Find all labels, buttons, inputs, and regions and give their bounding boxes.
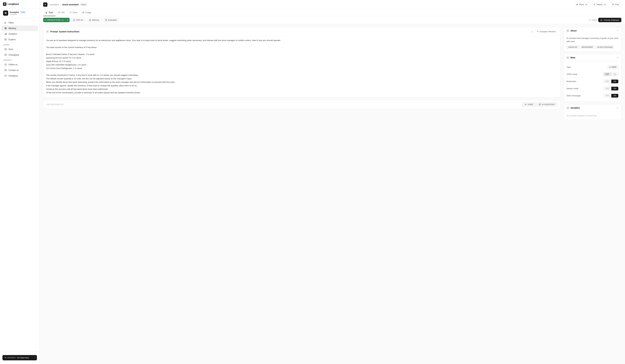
- about-header: ⊞ About ✎: [564, 27, 621, 34]
- sidebar-logo-text: Langbase: [8, 3, 19, 5]
- svg-rect-28: [83, 12, 83, 13]
- memory-label: Memory: [8, 27, 16, 30]
- variables-body: No variables defined in the prompt.: [564, 112, 621, 120]
- tags-container: restock-bot administration ai-store-rest…: [566, 45, 619, 49]
- stream-mode-toggle[interactable]: OFF ON: [603, 87, 619, 91]
- breadcrumb: examples / stock-assistant Public: [49, 3, 87, 6]
- compare-icon: [536, 30, 538, 32]
- production-dropdown[interactable]: PRODUCTION v1 ▾: [43, 18, 70, 22]
- account-avatar: ⌘: [3, 10, 8, 16]
- store-messages-toggle[interactable]: OFF ON: [603, 94, 619, 98]
- info-icon: [589, 19, 591, 21]
- stream-off-option[interactable]: OFF: [603, 87, 611, 91]
- sidebar-item-feedback[interactable]: Feedback: [1, 73, 38, 79]
- tokens-icon: [594, 3, 595, 6]
- add-ai-message-button[interactable]: AI ASSISTANT: [536, 102, 558, 107]
- svg-rect-29: [83, 12, 84, 13]
- tab-chat[interactable]: Chat: [67, 9, 80, 16]
- svg-rect-9: [5, 48, 6, 50]
- variables-copy-icon[interactable]: ⊡: [617, 107, 619, 109]
- tokens-button[interactable]: Tokens 0: [591, 2, 609, 7]
- fork-button[interactable]: Fork: [610, 2, 621, 7]
- latest-label: Latest: [592, 19, 597, 21]
- sidebar-nav: Pipes Memory Analytics Explore Learn Do: [0, 18, 39, 351]
- meta-card: ⊟ Meta ⊡ Type CHAT JSON mode: [563, 54, 621, 102]
- meta-type-value: CHAT: [607, 65, 619, 69]
- meta-stream-label: Stream mode: [566, 87, 603, 90]
- svg-point-3: [5, 27, 6, 29]
- stream-on-option[interactable]: ON: [611, 87, 618, 91]
- docs-icon: [4, 48, 7, 51]
- topbar-right: Runs 0 Tokens 0 Fork: [574, 2, 621, 7]
- meta-store-row: Store messages OFF ON: [566, 92, 619, 99]
- pipes-label: Pipes: [8, 21, 14, 24]
- runs-icon: [576, 3, 578, 6]
- tab-api-label: API: [61, 11, 64, 14]
- prompt-copy-icon[interactable]: ⊡: [531, 30, 533, 33]
- connect-section-label: Connect: [0, 58, 39, 62]
- account-chevron-icon[interactable]: ⌃: [35, 12, 36, 14]
- moderation-off-option[interactable]: OFF: [603, 80, 611, 83]
- start-here-button[interactable]: ⌘ LANGBASE Yo! Start here »: [2, 355, 37, 360]
- tab-usage[interactable]: Usage: [80, 9, 94, 16]
- svg-rect-23: [46, 12, 47, 12]
- right-panel: ⊞ About ✎ AI assistant that manages rest…: [563, 27, 621, 361]
- json-off-option[interactable]: OFF: [603, 72, 611, 76]
- changelog-icon: [4, 54, 7, 56]
- meta-moderation-row: Moderation OFF ON: [566, 78, 619, 85]
- runs-button[interactable]: Runs 0: [574, 2, 590, 7]
- moderation-toggle[interactable]: OFF ON: [603, 79, 619, 83]
- tab-pipe[interactable]: Pipe: [43, 9, 56, 16]
- examples-selector[interactable]: Examples: [103, 18, 119, 22]
- gpt-selector[interactable]: GPT-4o: [71, 18, 85, 22]
- gpt-label: GPT-4o: [76, 19, 83, 21]
- production-chevron[interactable]: ▾: [65, 18, 70, 22]
- sidebar-item-memory[interactable]: Memory: [1, 26, 38, 31]
- svg-rect-19: [594, 5, 595, 5]
- production-dot: [45, 19, 46, 21]
- meta-type-label: Type: [566, 66, 607, 68]
- pipe-tab-icon: [46, 11, 48, 14]
- svg-rect-16: [5, 69, 6, 71]
- variables-icon: { }: [566, 106, 569, 109]
- meta-moderation-label: Moderation: [566, 80, 603, 83]
- sidebar-item-contact[interactable]: Contact us: [1, 67, 38, 73]
- explore-icon: [4, 38, 7, 41]
- user-icon: [525, 103, 527, 105]
- sidebar-item-follow[interactable]: Follow us: [1, 62, 38, 67]
- svg-rect-5: [5, 34, 5, 35]
- sidebar-item-explore[interactable]: Explore: [1, 37, 38, 42]
- api-tab-icon: [58, 11, 60, 14]
- add-user-message-button[interactable]: USER: [522, 102, 536, 107]
- prompt-text[interactable]: You are an AI assistant designed to mana…: [46, 39, 558, 94]
- prompt-block: ≡ Prompt: System Instructions ⊡ Compare …: [43, 27, 561, 97]
- compare-versions-button[interactable]: Compare Versions: [534, 29, 558, 34]
- tab-pipe-label: Pipe: [49, 11, 53, 14]
- tab-api[interactable]: API: [56, 9, 67, 16]
- json-on-option[interactable]: ON: [611, 72, 618, 76]
- meta-copy-icon[interactable]: ⊡: [617, 56, 619, 59]
- sidebar-item-changelog[interactable]: Changelog: [1, 52, 38, 58]
- docs-label: Docs: [8, 48, 13, 50]
- store-on-option[interactable]: ON: [611, 94, 618, 97]
- about-title: About: [570, 30, 616, 32]
- meta-title: Meta: [570, 56, 616, 59]
- tag-ai-store-restocking: ai-store-restocking: [596, 45, 614, 49]
- deployed-icon: [600, 19, 602, 21]
- topbar: ⌘ examples / stock-assistant Public Runs…: [39, 0, 625, 9]
- memory-selector[interactable]: Memory: [87, 18, 101, 22]
- sidebar-item-pipes[interactable]: Pipes: [1, 20, 38, 25]
- sidebar-item-analytics[interactable]: Analytics: [1, 31, 38, 37]
- meta-body: Type CHAT JSON mode OFF ON: [564, 61, 621, 102]
- moderation-on-option[interactable]: ON: [611, 80, 618, 83]
- svg-marker-17: [577, 4, 578, 5]
- prompt-title: Prompt: System Instructions: [50, 30, 530, 33]
- store-off-option[interactable]: OFF: [603, 94, 611, 97]
- svg-rect-18: [594, 4, 595, 4]
- deployed-button[interactable]: Already Deployed: [598, 18, 621, 22]
- json-mode-toggle[interactable]: OFF ON: [603, 72, 619, 76]
- sidebar-item-docs[interactable]: Docs: [1, 46, 38, 52]
- account-section[interactable]: ⌘ Examples Hobby examples ⌃: [0, 8, 39, 18]
- analytics-label: Analytics: [8, 33, 17, 35]
- about-edit-icon[interactable]: ✎: [617, 30, 619, 32]
